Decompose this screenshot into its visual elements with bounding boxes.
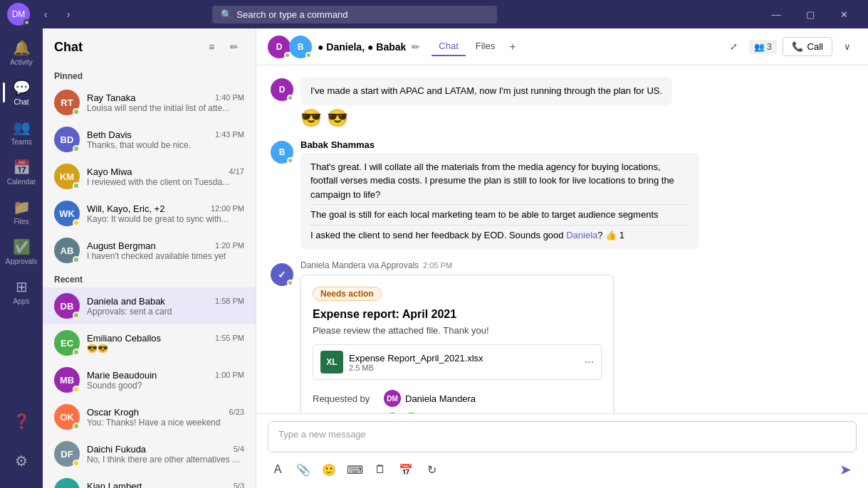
chat-name-ray-tanaka: Ray Tanaka <box>87 92 135 103</box>
chat-time-daniela-babak: 1:58 PM <box>215 297 244 305</box>
filter-button[interactable]: ≡ <box>202 37 221 57</box>
chat-item-daniela-babak[interactable]: DB Daniela and Babak 1:58 PM Approvals: … <box>43 287 256 324</box>
emoji-button[interactable]: 🙂 <box>319 460 339 479</box>
chat-item-ray-tanaka[interactable]: RT Ray Tanaka 1:40 PM Louisa will send t… <box>43 84 256 121</box>
chat-topbar: D B ● Daniela, ● Babak ✏ Chat Files + ⤢ <box>256 28 868 65</box>
attach-button[interactable]: 📎 <box>293 460 313 479</box>
close-button[interactable]: ✕ <box>828 0 861 28</box>
file-size: 2.5 MB <box>349 364 579 372</box>
status-will-kayo <box>73 219 80 226</box>
participant-count[interactable]: 👥 3 <box>749 40 777 54</box>
message-avatar-babak: B <box>271 141 293 164</box>
chat-time-august-bergman: 1:20 PM <box>215 241 244 250</box>
status-beth-davis <box>73 145 80 152</box>
message-input-box[interactable]: Type a new message <box>268 421 857 452</box>
giphy-button[interactable]: ⌨ <box>345 460 365 479</box>
search-input[interactable] <box>236 9 488 20</box>
back-button[interactable]: ‹ <box>36 4 56 24</box>
chat-topbar-name: ● Daniela, ● Babak <box>318 41 406 53</box>
chat-item-beth-davis[interactable]: BD Beth Davis 1:43 PM Thanks, that would… <box>43 121 256 158</box>
avatar-beth-davis: BD <box>54 127 80 152</box>
approvals-label: Approvals <box>6 258 37 265</box>
chat-time-oscar: 6/23 <box>229 408 244 416</box>
avatar-daniela-babak: DB <box>54 293 80 319</box>
message-bubble-1: I've made a start with APAC and LATAM, n… <box>300 77 672 105</box>
chat-time-daichi: 5/4 <box>234 445 244 453</box>
topbar-avatars: D B <box>268 36 312 58</box>
message-text-1: I've made a start with APAC and LATAM, n… <box>310 84 662 98</box>
chat-label: Chat <box>14 98 28 106</box>
chat-name-kian: Kian Lambert <box>87 481 142 489</box>
approvals-avatar-wrap: ✓ <box>271 262 293 413</box>
status-kayo-miwa <box>73 182 80 189</box>
forward-button[interactable]: › <box>58 4 78 24</box>
chat-name-august-bergman: August Bergman <box>87 240 156 251</box>
compose-button[interactable]: ✏ <box>224 37 244 57</box>
chat-item-daichi[interactable]: DF Daichi Fukuda 5/4 No, I think there a… <box>43 435 256 472</box>
chat-item-august-bergman[interactable]: AB August Bergman 1:20 PM I haven't chec… <box>43 232 256 269</box>
window-controls: — ▢ ✕ <box>760 0 861 28</box>
sidebar-item-apps[interactable]: ⊞ Apps <box>3 273 40 310</box>
chat-item-emiliano[interactable]: EC Emiliano Ceballos 1:55 PM 😎😎 <box>43 324 256 361</box>
message-bubble-babak: That's great. I will collate all the mat… <box>300 153 699 250</box>
sticker-button[interactable]: 🗒 <box>370 460 390 479</box>
chat-info-oscar: Oscar Krogh 6/23 You: Thanks! Have a nic… <box>87 407 244 428</box>
more-options-button[interactable]: ∨ <box>838 38 857 55</box>
tab-add[interactable]: + <box>505 38 520 56</box>
files-icon: 📁 <box>13 198 31 216</box>
file-more-button[interactable]: ··· <box>585 356 594 368</box>
sidebar-item-help[interactable]: ❓ <box>3 403 40 440</box>
chat-name-daniela-babak: Daniela and Babak <box>87 296 165 307</box>
chat-item-kayo-miwa[interactable]: KM Kayo Miwa 4/17 I reviewed with the cl… <box>43 158 256 195</box>
topbar-status-babak <box>305 52 312 58</box>
tab-files[interactable]: Files <box>469 38 502 56</box>
chat-item-kian[interactable]: KL Kian Lambert 5/3 Have you ran this by… <box>43 472 256 488</box>
file-attachment: XL Expense Report_April_2021.xlsx 2.5 MB… <box>313 344 602 380</box>
loop-button[interactable]: ↻ <box>422 460 441 479</box>
message-author-babak: Babak Shammas <box>300 139 375 150</box>
maximize-button[interactable]: ▢ <box>794 0 827 28</box>
message-content-1: I've made a start with APAC and LATAM, n… <box>300 77 854 131</box>
send-button[interactable]: ➤ <box>834 458 857 481</box>
messages-area: D I've made a start with APAC and LATAM,… <box>256 65 868 413</box>
edit-name-icon[interactable]: ✏ <box>412 41 420 53</box>
chat-preview-emiliano: 😎😎 <box>87 344 244 354</box>
format-button[interactable]: A <box>268 460 288 479</box>
people-icon: 👥 <box>754 42 765 52</box>
msg-status-1 <box>287 95 293 101</box>
tab-chat[interactable]: Chat <box>432 38 465 56</box>
topbar-avatar-babak: B <box>289 36 312 58</box>
call-button[interactable]: 📞 Call <box>783 37 832 56</box>
sidebar-item-files[interactable]: 📁 Files <box>3 193 40 230</box>
participant-number: 3 <box>767 42 772 52</box>
minimize-button[interactable]: — <box>760 0 793 28</box>
approvals-icon: ✅ <box>13 238 31 255</box>
requested-by-name: Daniela Mandera <box>405 393 476 404</box>
attach-icon: 📎 <box>296 463 310 477</box>
sidebar-item-activity[interactable]: 🔔 Activity <box>3 34 40 71</box>
titlebar: DM ‹ › 🔍 — ▢ ✕ <box>0 0 868 28</box>
chat-preview-august-bergman: I haven't checked available times yet <box>87 251 244 261</box>
send-icon: ➤ <box>840 461 852 478</box>
search-bar[interactable]: 🔍 <box>212 6 497 23</box>
chat-preview-beth-davis: Thanks, that would be nice. <box>87 140 244 150</box>
sidebar-item-approvals[interactable]: ✅ Approvals <box>3 233 40 270</box>
sidebar-item-teams[interactable]: 👥 Teams <box>3 114 40 151</box>
popout-button[interactable]: ⤢ <box>724 38 743 55</box>
chat-item-marie[interactable]: MB Marie Beaudouin 1:00 PM Sounds good? <box>43 361 256 398</box>
sidebar-item-settings[interactable]: ⚙ <box>3 442 40 479</box>
help-icon: ❓ <box>13 413 31 430</box>
message-group-1: D I've made a start with APAC and LATAM,… <box>271 77 854 131</box>
chat-info-will-kayo: Will, Kayo, Eric, +2 12:00 PM Kayo: It w… <box>87 203 244 224</box>
sidebar-item-chat[interactable]: 💬 Chat <box>3 74 40 111</box>
teams-icon: 👥 <box>13 119 31 136</box>
chat-item-oscar[interactable]: OK Oscar Krogh 6/23 You: Thanks! Have a … <box>43 398 256 435</box>
chat-preview-ray-tanaka: Louisa will send the initial list of att… <box>87 103 244 113</box>
chat-item-will-kayo[interactable]: WK Will, Kayo, Eric, +2 12:00 PM Kayo: I… <box>43 195 256 232</box>
schedule-button[interactable]: 📅 <box>396 460 416 479</box>
file-info: Expense Report_April_2021.xlsx 2.5 MB <box>349 353 579 372</box>
chat-time-beth-davis: 1:43 PM <box>215 130 244 139</box>
chevron-down-icon: ∨ <box>844 41 851 52</box>
search-icon: 🔍 <box>221 9 232 20</box>
sidebar-item-calendar[interactable]: 📅 Calendar <box>3 154 40 191</box>
